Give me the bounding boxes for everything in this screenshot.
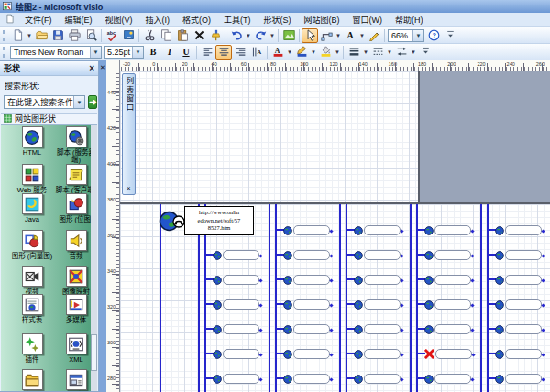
align-left-button[interactable] [199,45,215,60]
paste-button[interactable] [174,28,191,43]
line-pattern-button[interactable] [369,45,386,60]
page-node[interactable] [213,349,259,359]
align-center-button[interactable] [215,45,232,60]
connector-tool-button-dropdown[interactable]: ▼ [335,28,342,43]
page-node[interactable] [354,299,401,310]
stencil-shape-graphic-vector[interactable]: 图形 (向量图) [10,230,54,260]
close-icon[interactable]: ✕ [100,64,105,71]
stencil-title-bar[interactable]: 网站图形状 [1,113,97,125]
close-icon[interactable]: × [126,184,131,192]
page-node[interactable] [213,324,259,334]
drawing-canvas[interactable]: http://www.onlinedown.net/soft/578527.ht… [120,71,550,392]
cut-button[interactable] [141,28,158,43]
line-pattern-button-dropdown[interactable]: ▼ [386,45,393,60]
page-node[interactable] [495,349,542,359]
undo-button[interactable] [228,28,245,43]
insert-picture-button[interactable] [280,28,297,43]
align-right-button[interactable] [232,45,248,60]
menu-item[interactable]: 格式(O) [176,13,217,27]
chevron-down-icon[interactable]: ▼ [412,30,424,41]
page-node[interactable] [424,324,471,334]
stencil-shape-script-client[interactable]: 脚本 (客户端) [54,164,91,194]
stencil-shape-graphic-bitmap[interactable]: 图形 (位图) [54,193,91,223]
underline-button[interactable]: U [178,45,194,60]
line-ends-button-dropdown[interactable]: ▼ [410,45,417,60]
new-document-button-dropdown[interactable]: ▼ [26,28,33,43]
page-node[interactable] [424,225,471,235]
shapes-panel-header[interactable]: 形状 × [0,61,98,76]
format-painter-button[interactable] [207,28,224,43]
stencil-shape-xml[interactable]: XML [54,333,91,364]
stencil-scrollbar[interactable] [91,125,97,391]
chevron-down-icon[interactable]: ▼ [73,96,84,108]
fill-color-button-dropdown[interactable]: ▼ [334,45,341,60]
page-node[interactable] [283,225,330,235]
page-node[interactable] [354,275,401,285]
font-color-button-dropdown[interactable]: ▼ [286,45,293,60]
shape-search-input[interactable]: 在此键入搜索条件 ▼ [4,95,85,109]
page-node[interactable] [283,349,330,359]
stencil-shape-script-server[interactable]: 脚本 (服务器端) [54,126,91,164]
pointer-tool-button[interactable] [302,28,318,43]
page-node[interactable] [424,250,471,260]
print-button[interactable] [66,28,82,43]
connector-tool-button[interactable] [318,28,335,43]
page-node[interactable] [424,299,471,310]
new-document-button[interactable] [9,28,26,43]
page-node[interactable] [354,349,401,359]
page-node[interactable] [283,250,330,260]
menu-item[interactable]: 形状(S) [258,13,298,27]
page-node[interactable] [495,374,542,384]
toolbar-options-button[interactable] [442,28,458,43]
menu-item[interactable]: 帮助(H) [389,13,430,27]
page-node[interactable] [283,299,330,310]
line-ends-button[interactable] [393,45,410,60]
menu-item[interactable]: 文件(F) [18,13,59,27]
page-node[interactable] [213,275,259,285]
stencil-shape-plugin[interactable]: 插件 [10,333,54,364]
stencil-shape-archive[interactable]: 存档 [10,369,54,391]
line-weight-button[interactable] [346,45,362,60]
print-preview-button[interactable] [82,28,99,43]
page-node[interactable] [495,250,542,260]
copy-button[interactable] [158,28,174,43]
font-name-combo[interactable]: Times New Roman▼ [10,46,102,59]
page-node[interactable] [354,374,401,384]
page-node[interactable] [283,324,330,334]
menu-item[interactable]: 插入(I) [139,13,177,27]
redo-button-dropdown[interactable]: ▼ [269,28,276,43]
stencil-shape-audio[interactable]: 音频 [54,230,91,260]
close-icon[interactable]: × [89,64,94,73]
line-weight-button-dropdown[interactable]: ▼ [362,45,369,60]
undo-button-dropdown[interactable]: ▼ [245,28,252,43]
root-page-node[interactable]: http://www.onlinedown.net/soft/578527.ht… [159,206,254,235]
line-color-button[interactable] [293,45,310,60]
page-node[interactable] [495,299,542,310]
page-node[interactable] [495,225,542,235]
text-tool-button[interactable]: A [342,28,358,43]
stencil-shape-java[interactable]: Java [10,193,54,223]
redo-button[interactable] [252,28,269,43]
page-node[interactable] [354,324,401,334]
bold-button[interactable]: B [145,45,161,60]
page-node[interactable] [213,250,259,260]
page-node[interactable] [495,324,542,334]
menu-item[interactable]: 窗口(W) [346,13,390,27]
fill-color-button[interactable] [317,45,334,60]
chevron-down-icon[interactable]: ▼ [132,47,143,58]
page-node[interactable] [354,250,401,260]
toolbar-options-button-2[interactable] [417,45,434,60]
page-node[interactable] [424,275,471,285]
page-node[interactable] [495,275,542,285]
page-node[interactable] [354,225,401,235]
search-go-button[interactable]: ➜ [88,95,97,109]
toolbar-grip[interactable] [3,30,6,41]
stencil-shape-stylesheet[interactable]: 样式表 [10,294,54,324]
help-button[interactable]: ? [425,28,442,43]
open-button[interactable] [33,28,50,43]
chevron-down-icon[interactable]: ▼ [90,47,101,58]
broken-link-node[interactable] [424,349,472,359]
stencil-shape-image-map[interactable]: 图像映射 [54,266,91,296]
spelling-button[interactable]: abc [104,28,120,43]
research-button[interactable] [120,28,137,43]
